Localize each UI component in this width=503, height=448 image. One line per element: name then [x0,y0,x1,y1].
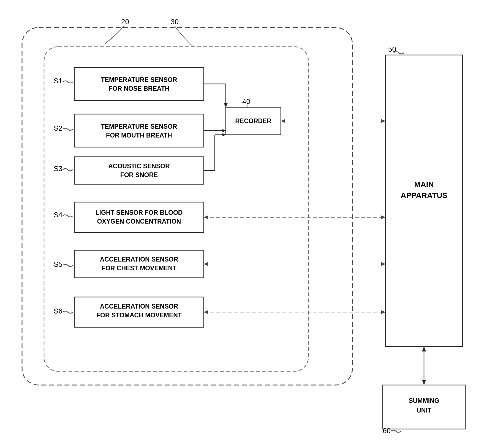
recorder-text: RECORDER [235,117,271,125]
s6-label: S6 [54,307,62,315]
svg-marker-14 [222,129,226,132]
svg-marker-12 [224,103,228,107]
svg-marker-25 [204,215,208,219]
svg-rect-6 [74,250,204,278]
svg-rect-4 [74,157,204,184]
s1-text-line2: FOR NOSE BREATH [109,85,170,92]
ref-20: 20 [121,18,129,26]
ref-30: 30 [171,18,179,26]
svg-marker-22 [422,347,426,351]
s6-text-line2: FOR STOMACH MOVEMENT [96,312,182,319]
s4-text-line2: OXYGEN CONCENTRATION [97,218,181,225]
s4-label: S4 [54,211,62,219]
summing-unit-text-line1: SUMMING [409,397,439,404]
s5-text-line2: FOR CHEST MOVEMENT [102,265,176,272]
summing-unit-text-line2: UNIT [417,407,431,414]
svg-marker-29 [381,262,385,266]
s1-label: S1 [54,77,62,85]
svg-rect-5 [74,202,204,232]
s5-label: S5 [54,260,62,268]
diagram-svg: 20 30 S1 S2 S3 S4 S5 S6 [0,0,503,448]
svg-rect-3 [74,114,204,147]
s3-label: S3 [54,164,62,173]
s2-text-line1: TEMPERATURE SENSOR [101,123,177,130]
main-apparatus-text-line2: APPARATUS [401,191,447,200]
svg-marker-23 [422,380,426,385]
svg-rect-19 [385,55,463,347]
svg-rect-2 [74,67,204,100]
s3-text-line1: ACOUSTIC SENSOR [108,163,170,170]
s2-label: S2 [54,124,62,132]
s3-text-line2: FOR SNORE [120,171,158,178]
svg-marker-34 [381,119,385,123]
s1-text-line1: TEMPERATURE SENSOR [101,76,177,83]
s2-text-line2: FOR MOUTH BREATH [106,132,172,139]
svg-marker-32 [381,310,385,314]
diagram-container: 20 30 S1 S2 S3 S4 S5 S6 [0,0,503,448]
s6-text-line1: ACCELERATION SENSOR [100,303,178,310]
svg-marker-31 [204,310,208,314]
svg-marker-35 [281,119,285,123]
svg-marker-26 [381,215,385,219]
svg-marker-18 [222,133,226,136]
main-apparatus-text-line1: MAIN [414,180,434,189]
svg-marker-28 [204,262,208,266]
s5-text-line1: ACCELERATION SENSOR [100,256,178,263]
s4-text-line1: LIGHT SENSOR FOR BLOOD [96,209,183,216]
ref-60: 60 [383,427,391,435]
ref-40: 40 [242,97,250,106]
